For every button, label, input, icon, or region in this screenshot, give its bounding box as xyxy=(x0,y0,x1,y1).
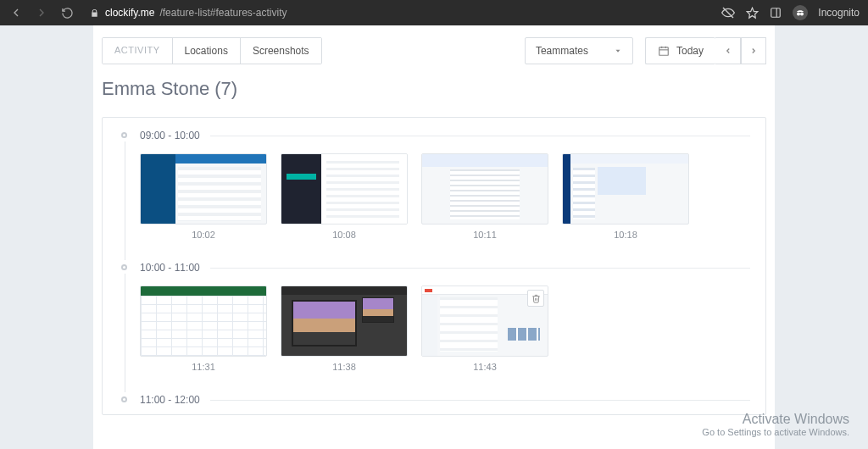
timeline-dot xyxy=(121,396,127,402)
teammates-label: Teammates xyxy=(536,45,588,57)
screenshot-thumbnail[interactable] xyxy=(140,285,267,357)
divider xyxy=(210,136,750,136)
url-domain: clockify.me xyxy=(105,7,154,19)
browser-right-icons: Incognito xyxy=(721,5,860,20)
calendar-icon xyxy=(658,45,670,57)
url-bar[interactable]: clockify.me/feature-list#features-activi… xyxy=(85,7,711,19)
screenshot-thumbnail[interactable] xyxy=(421,153,548,224)
screenshot-card[interactable]: 10:11 xyxy=(421,153,548,240)
view-tabs: ACTIVITY Locations Screenshots xyxy=(102,37,322,64)
date-prev-button[interactable] xyxy=(715,37,741,64)
tab-screenshots[interactable]: Screenshots xyxy=(241,38,321,64)
svg-point-4 xyxy=(797,13,800,16)
screenshot-time: 11:43 xyxy=(421,357,548,372)
svg-rect-7 xyxy=(659,47,669,55)
screenshot-row: 10:0210:0810:1110:18 xyxy=(103,150,765,250)
time-range-header: 09:00 - 10:00 xyxy=(103,118,765,150)
delete-icon[interactable] xyxy=(527,290,544,307)
screenshot-time: 11:38 xyxy=(281,357,408,372)
time-range-header: 11:00 - 12:00 xyxy=(103,382,765,414)
user-title: Emma Stone (7) xyxy=(93,64,775,117)
time-range-label: 11:00 - 12:00 xyxy=(140,394,200,406)
screenshot-time: 10:11 xyxy=(421,224,548,240)
divider xyxy=(210,400,750,401)
screenshot-thumbnail[interactable] xyxy=(140,153,267,224)
url-path: /feature-list#features-activity xyxy=(159,7,287,19)
screenshot-card[interactable]: 10:02 xyxy=(140,153,267,240)
star-icon[interactable] xyxy=(745,6,759,19)
tab-activity[interactable]: ACTIVITY xyxy=(103,38,173,64)
date-next-button[interactable] xyxy=(741,37,766,64)
teammates-dropdown[interactable]: Teammates xyxy=(525,37,633,64)
forward-button[interactable] xyxy=(34,5,49,20)
windows-watermark: Activate Windows Go to Settings to activ… xyxy=(702,412,849,437)
screenshot-card[interactable]: 10:08 xyxy=(281,153,408,240)
lock-icon xyxy=(90,8,100,18)
date-dropdown[interactable]: Today xyxy=(645,37,715,64)
screenshot-card[interactable]: 10:18 xyxy=(562,153,689,240)
timeline-line xyxy=(125,274,125,392)
screenshot-card[interactable]: 11:43 xyxy=(421,285,548,372)
svg-marker-6 xyxy=(615,50,620,53)
back-button[interactable] xyxy=(8,5,24,20)
panel-icon[interactable] xyxy=(769,6,782,19)
watermark-line1: Activate Windows xyxy=(702,412,849,427)
timeline-line xyxy=(125,141,125,260)
chevron-down-icon xyxy=(614,47,622,55)
time-block: 10:00 - 11:0011:3111:3811:43 xyxy=(103,250,765,382)
screenshot-thumbnail[interactable] xyxy=(281,153,408,224)
screenshot-card[interactable]: 11:38 xyxy=(281,285,408,372)
reload-button[interactable] xyxy=(59,5,75,20)
content: ACTIVITY Locations Screenshots Teammates… xyxy=(93,25,775,449)
screenshot-thumbnail[interactable] xyxy=(281,285,408,357)
divider xyxy=(210,268,750,269)
screenshot-time: 11:31 xyxy=(140,357,267,372)
screenshot-time: 10:02 xyxy=(140,224,267,240)
screenshot-time: 10:08 xyxy=(281,224,408,240)
screenshots-panel: 09:00 - 10:0010:0210:0810:1110:1810:00 -… xyxy=(102,117,766,415)
screenshot-card[interactable]: 11:31 xyxy=(140,285,267,372)
tab-locations[interactable]: Locations xyxy=(173,38,241,64)
svg-point-5 xyxy=(800,13,804,16)
incognito-icon[interactable] xyxy=(793,5,808,20)
time-block: 09:00 - 10:0010:0210:0810:1110:18 xyxy=(103,118,765,250)
time-range-label: 10:00 - 11:00 xyxy=(140,262,200,274)
topbar: ACTIVITY Locations Screenshots Teammates… xyxy=(93,25,775,64)
screenshot-thumbnail[interactable] xyxy=(421,285,548,357)
time-block: 11:00 - 12:00 xyxy=(103,382,765,414)
watermark-line2: Go to Settings to activate Windows. xyxy=(702,427,849,437)
screenshot-time: 10:18 xyxy=(562,224,689,240)
screenshot-row: 11:3111:3811:43 xyxy=(103,282,765,382)
date-selector: Today xyxy=(645,37,766,64)
screenshot-thumbnail[interactable] xyxy=(562,153,689,224)
svg-marker-1 xyxy=(747,8,758,18)
browser-chrome: clockify.me/feature-list#features-activi… xyxy=(0,0,868,25)
timeline-dot xyxy=(121,264,127,270)
time-range-label: 09:00 - 10:00 xyxy=(140,130,200,141)
page-background: ACTIVITY Locations Screenshots Teammates… xyxy=(0,25,868,449)
time-range-header: 10:00 - 11:00 xyxy=(103,250,765,282)
timeline-dot xyxy=(121,132,127,138)
incognito-label: Incognito xyxy=(818,7,860,19)
date-label: Today xyxy=(676,45,704,57)
eye-off-icon[interactable] xyxy=(721,6,735,19)
svg-rect-2 xyxy=(771,8,781,18)
